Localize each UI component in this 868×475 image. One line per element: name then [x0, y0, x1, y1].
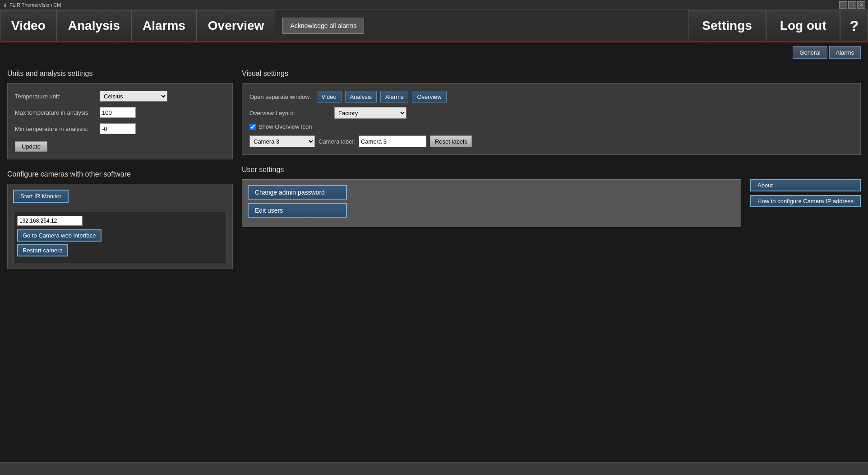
units-heading: Units and analysis settings: [7, 70, 233, 78]
title-bar-title: 🌡 FLIR ThermoVision CM: [3, 2, 61, 8]
user-settings-row: Change admin password Edit users About H…: [242, 179, 861, 227]
title-bar: 🌡 FLIR ThermoVision CM _ □ ✕: [0, 0, 868, 10]
open-window-row: Open separate window: Video Analysis Ala…: [249, 91, 853, 102]
temp-unit-select[interactable]: Celsius Fahrenheit: [100, 91, 167, 102]
show-overview-icon-label: Show Overview Icon: [259, 123, 312, 130]
top-nav: Video Analysis Alarms Overview Acknowled…: [0, 10, 868, 42]
units-panel: Temperature unit: Celsius Fahrenheit Max…: [7, 83, 233, 159]
about-panel: About How to configure Camera IP address: [750, 179, 861, 227]
nav-tab-video[interactable]: Video: [0, 10, 57, 41]
nav-tab-analysis[interactable]: Analysis: [57, 10, 131, 41]
overview-layout-label: Overview Layout:: [249, 110, 331, 116]
sub-tab-general[interactable]: General: [793, 46, 827, 59]
logout-button[interactable]: Log out: [766, 10, 840, 41]
user-settings-heading: User settings: [242, 166, 861, 174]
configure-cameras-panel: Start IR Monitor Go to Camera web interf…: [7, 184, 233, 269]
open-overview-window-button[interactable]: Overview: [412, 91, 446, 102]
go-to-camera-web-interface-button[interactable]: Go to Camera web interface: [17, 229, 102, 242]
temp-unit-label: Temperature unit:: [15, 93, 96, 100]
reset-labels-button[interactable]: Reset labels: [430, 135, 472, 147]
help-button[interactable]: ?: [840, 10, 868, 41]
restart-camera-button[interactable]: Restart camera: [17, 244, 68, 256]
user-panel: Change admin password Edit users: [242, 179, 741, 227]
app-title: FLIR ThermoVision CM: [9, 2, 61, 8]
minimize-button[interactable]: _: [839, 1, 847, 9]
min-temp-row: Min temperature in analysis:: [15, 123, 225, 134]
title-bar-controls[interactable]: _ □ ✕: [839, 1, 865, 9]
max-temp-row: Max temperature in analysis:: [15, 107, 225, 118]
min-temp-input[interactable]: [100, 123, 136, 134]
configure-cameras-heading: Configure cameras with other software: [7, 170, 233, 178]
sub-nav: General Alarms: [0, 42, 868, 62]
about-button[interactable]: About: [750, 179, 861, 191]
edit-users-button[interactable]: Edit users: [248, 203, 347, 218]
camera-ip-box: Go to Camera web interface Restart camer…: [13, 212, 227, 263]
nav-tab-alarms[interactable]: Alarms: [131, 10, 197, 41]
max-temp-input[interactable]: [100, 107, 136, 118]
visual-settings-heading: Visual settings: [242, 70, 861, 78]
update-button[interactable]: Update: [15, 141, 47, 152]
open-window-label: Open separate window:: [249, 93, 311, 100]
maximize-button[interactable]: □: [848, 1, 856, 9]
camera-label-input[interactable]: [359, 135, 426, 147]
camera-label-row: Camera 1 Camera 2 Camera 3 Camera 4 Came…: [249, 135, 853, 147]
max-temp-label: Max temperature in analysis:: [15, 109, 96, 116]
close-button[interactable]: ✕: [857, 1, 865, 9]
taskbar: [0, 462, 868, 475]
start-ir-monitor-button[interactable]: Start IR Monitor: [13, 190, 69, 203]
visual-settings-panel: Open separate window: Video Analysis Ala…: [242, 83, 861, 155]
overview-layout-select[interactable]: Factory Custom: [334, 107, 406, 119]
right-column: Visual settings Open separate window: Vi…: [242, 70, 861, 269]
temp-unit-row: Temperature unit: Celsius Fahrenheit: [15, 91, 225, 102]
open-video-window-button[interactable]: Video: [317, 91, 342, 102]
left-column: Units and analysis settings Temperature …: [7, 70, 233, 269]
show-overview-icon-checkbox[interactable]: [249, 124, 256, 130]
acknowledge-all-alarms-button[interactable]: Acknowledge all alarms: [282, 18, 364, 34]
change-admin-password-button[interactable]: Change admin password: [248, 185, 347, 200]
sub-tab-alarms[interactable]: Alarms: [829, 46, 861, 59]
overview-layout-row: Overview Layout: Factory Custom: [249, 107, 853, 119]
main-content: Units and analysis settings Temperature …: [0, 62, 868, 276]
how-to-configure-camera-ip-button[interactable]: How to configure Camera IP address: [750, 195, 861, 207]
nav-right: Settings Log out ?: [688, 10, 868, 41]
nav-tab-overview[interactable]: Overview: [197, 10, 276, 41]
camera-label-text: Camera label:: [319, 138, 355, 145]
min-temp-label: Min temperature in analysis:: [15, 126, 96, 132]
app-icon: 🌡: [3, 2, 8, 8]
open-analysis-window-button[interactable]: Analysis: [345, 91, 377, 102]
show-overview-icon-row: Show Overview Icon: [249, 123, 853, 130]
settings-button[interactable]: Settings: [688, 10, 766, 41]
open-alarms-window-button[interactable]: Alarms: [380, 91, 408, 102]
camera-ip-input[interactable]: [17, 216, 83, 226]
camera-select[interactable]: Camera 1 Camera 2 Camera 3 Camera 4: [249, 135, 315, 147]
